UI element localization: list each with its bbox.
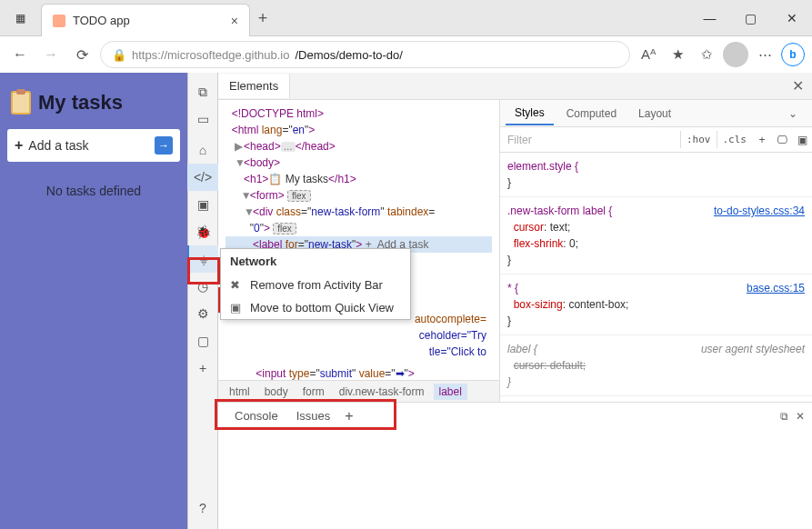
css-source-link[interactable]: base.css:15 [747,280,805,296]
help-icon[interactable]: ? [187,494,218,522]
new-style-rule-icon[interactable]: + [752,134,772,146]
hov-toggle[interactable]: :hov [680,131,717,148]
sources-icon[interactable]: 🐞 [187,218,218,245]
lock-icon: 🔒 [112,48,126,62]
add-task-input[interactable]: + Add a task → [7,129,180,162]
welcome-icon[interactable]: ⌂ [187,136,218,164]
devtools-close-button[interactable]: ✕ [783,77,812,95]
browser-tab[interactable]: TODO app × [41,4,250,36]
profile-avatar-icon[interactable] [723,42,748,67]
url-host: https://microsoftedge.github.io [132,48,289,62]
ctx-move-bottom-quickview[interactable]: ▣Move to bottom Quick View [221,296,410,319]
reload-button[interactable]: ⟳ [69,42,95,67]
submit-task-button[interactable]: → [155,136,173,155]
drawer-add-tab[interactable]: + [339,408,358,424]
performance-icon[interactable]: ◷ [187,273,218,300]
cls-toggle[interactable]: .cls [717,131,753,148]
tab-styles[interactable]: Styles [506,102,554,125]
context-menu-title: Network [221,249,410,274]
devtools-panel: Elements ✕ <!DOCTYPE html> <html lang="e… [218,73,812,529]
context-menu: Network ✖Remove from Activity Bar ▣Move … [220,248,411,320]
devtools-activity-bar: ⧉ ▭ ⌂ </> ▣ 🐞 ⏚ ◷ ⚙ ▢ + ? [187,73,218,529]
drawer-tab-issues[interactable]: Issues [287,405,340,426]
window-maximize-button[interactable]: ▢ [730,0,771,36]
clipboard-icon [11,91,31,115]
add-task-label: Add a task [28,138,88,153]
quick-view-drawer: Console Issues + ⧉ ✕ [218,402,812,429]
window-close-button[interactable]: ✕ [771,0,812,36]
favicon-icon [53,15,65,27]
app-panel: My tasks + Add a task → No tasks defined [0,73,187,529]
toggle-panel-icon[interactable]: ▣ [792,134,812,146]
memory-icon[interactable]: ⚙ [187,300,218,327]
inspect-icon[interactable]: ⧉ [187,78,218,105]
device-toolbar-icon[interactable]: 🖵 [772,134,792,146]
tab-manager-icon[interactable]: ▦ [0,0,41,36]
collections-icon[interactable]: ✩ [694,42,719,67]
tab-title: TODO app [73,14,224,27]
tab-layout[interactable]: Layout [629,103,680,125]
copilot-icon[interactable]: b [781,43,805,66]
elements-tab[interactable]: Elements [218,74,290,98]
elements-icon[interactable]: </> [187,164,218,191]
styles-panel: Styles Computed Layout ⌄ Filter :hov .cl… [500,100,812,402]
drawer-close-icon[interactable]: ✕ [796,410,805,423]
application-icon[interactable]: ▢ [187,327,218,354]
tab-close-icon[interactable]: × [231,14,238,28]
drawer-dock-icon[interactable]: ⧉ [780,410,788,423]
more-menu-icon[interactable]: ⋯ [752,42,777,67]
no-tasks-label: No tasks defined [7,184,180,198]
css-source-link[interactable]: to-do-styles.css:34 [714,203,805,219]
styles-filter-input[interactable]: Filter [500,130,680,150]
device-icon[interactable]: ▭ [187,105,218,133]
drawer-tab-console[interactable]: Console [226,405,287,426]
favorite-icon[interactable]: ★ [665,42,690,67]
styles-more-icon[interactable]: ⌄ [779,103,807,125]
console-icon[interactable]: ▣ [187,191,218,218]
network-icon[interactable]: ⏚ [187,245,218,273]
plus-icon: + [15,137,23,154]
window-minimize-button[interactable]: — [689,0,730,36]
tab-computed[interactable]: Computed [557,103,626,125]
app-title: My tasks [11,91,176,115]
address-bar[interactable]: 🔒 https://microsoftedge.github.io/Demos/… [100,41,630,68]
url-path: /Demos/demo-to-do/ [295,48,403,62]
more-tools-icon[interactable]: + [187,354,218,382]
forward-button: → [38,42,64,67]
dom-breadcrumbs[interactable]: html body form div.new-task-form label [218,380,499,402]
back-button[interactable]: ← [7,42,33,67]
ctx-remove-activity-bar[interactable]: ✖Remove from Activity Bar [221,274,410,296]
read-aloud-icon[interactable]: Aᴬ [636,42,661,67]
dom-tree[interactable]: <!DOCTYPE html> <html lang="en"> ▶<head>… [218,100,500,402]
new-tab-button[interactable]: + [250,0,276,28]
